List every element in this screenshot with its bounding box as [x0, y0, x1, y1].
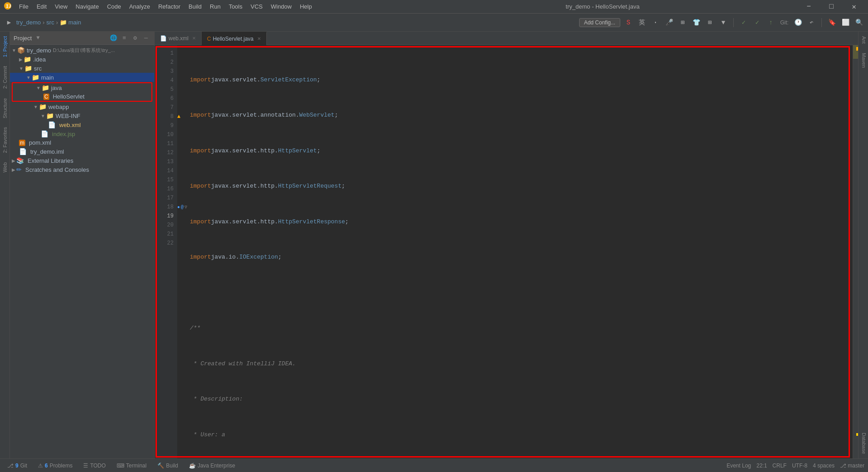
tab-close-helloservlet[interactable]: ✕ — [257, 36, 261, 41]
menu-edit[interactable]: Edit — [33, 2, 50, 11]
title-bar: IJ File Edit View Navigate Code Analyze … — [0, 0, 868, 14]
indent[interactable]: 4 spaces — [813, 463, 835, 469]
scrollbar-area[interactable] — [853, 45, 858, 458]
tab-webxml[interactable]: 📄 web.xml ✕ — [155, 32, 202, 45]
vtab-favorites[interactable]: 2: Favorites — [1, 123, 9, 157]
tree-item-idea[interactable]: ▶ 📁 .idea — [10, 55, 154, 64]
split-icon[interactable]: ⬜ — [840, 17, 851, 28]
bottom-tab-terminal[interactable]: ⌨ Terminal — [113, 462, 150, 470]
lang-icon[interactable]: 英 — [637, 17, 647, 28]
menu-build[interactable]: Build — [185, 2, 205, 11]
rvtab-maven[interactable]: Maven — [859, 48, 868, 72]
undo-icon[interactable]: ↶ — [806, 17, 817, 28]
menu-refactor[interactable]: Refactor — [155, 2, 184, 11]
bottom-tab-git[interactable]: ⎇ 9 Git — [4, 462, 31, 470]
breadcrumb-main[interactable]: 📁 main — [60, 19, 81, 26]
breadcrumb-project[interactable]: try_demo — [16, 19, 41, 26]
event-log[interactable]: Event Log — [726, 463, 751, 469]
proj-icon-sort[interactable]: ≡ — [120, 33, 129, 42]
toolbar-right: Add Config... S 英 · 🎤 ⊞ 👕 ⊞ ▼ ✓ ✓ ↑ Git:… — [579, 17, 864, 28]
tree-item-root[interactable]: ▼ 📦 try_demo D:\Java项目\博客系统\try_... — [10, 46, 154, 55]
cursor-position[interactable]: 22:1 — [756, 463, 767, 469]
vtab-structure[interactable]: Structure — [1, 94, 9, 123]
bookmark-icon[interactable]: @ — [181, 205, 184, 210]
menu-tools[interactable]: Tools — [225, 2, 246, 11]
run-config-arrow[interactable]: ▶ — [4, 17, 14, 28]
bottom-tab-java-enterprise[interactable]: ☕ Java Enterprise — [185, 462, 239, 470]
tree-item-pomxml[interactable]: m pom.xml — [10, 138, 154, 147]
mic-icon[interactable]: 🎤 — [664, 17, 675, 28]
tshirt-icon[interactable]: 👕 — [691, 17, 702, 28]
webapp-name: webapp — [48, 104, 69, 110]
menu-window[interactable]: Window — [267, 2, 295, 11]
menu-file[interactable]: File — [15, 2, 32, 11]
project-dropdown-arrow[interactable]: ▼ — [36, 35, 39, 41]
tab-close-webxml[interactable]: ✕ — [192, 36, 196, 41]
proj-icon-earth[interactable]: 🌐 — [109, 33, 118, 42]
vtab-web[interactable]: Web — [1, 158, 9, 177]
line-numbers: 1 2 3 4 5 6 7 8 9 10 11 12 13 14 15 16 1… — [155, 45, 177, 458]
tree-item-iml[interactable]: 📄 try_demo.iml — [10, 147, 154, 156]
tree-item-scratches[interactable]: ▶ ✏ Scratches and Consoles — [10, 165, 154, 174]
menu-analyze[interactable]: Analyze — [126, 2, 154, 11]
bookmark-mgr-icon[interactable]: 🔖 — [826, 17, 837, 28]
menu-view[interactable]: View — [51, 2, 71, 11]
menu-code[interactable]: Code — [104, 2, 125, 11]
menu-help[interactable]: Help — [296, 2, 316, 11]
more-icon[interactable]: ▼ — [718, 17, 729, 28]
java-icon: C — [43, 94, 49, 100]
git-branch[interactable]: ⎇ master — [840, 463, 864, 469]
tree-item-webapp[interactable]: ▼ 📁 webapp — [10, 102, 154, 111]
sogou-icon[interactable]: S — [623, 17, 634, 28]
add-config-button[interactable]: Add Config... — [579, 18, 620, 27]
vtab-project[interactable]: 1: Project — [1, 32, 9, 61]
build-label: Build — [166, 463, 178, 469]
run-icon[interactable]: ● — [177, 205, 180, 210]
tree-item-main[interactable]: ▼ 📁 main — [10, 73, 154, 82]
maximize-button[interactable]: □ — [821, 0, 842, 14]
bottom-tab-build[interactable]: 🔨 Build — [154, 462, 182, 470]
arrow-icon: ▼ — [26, 75, 31, 80]
tree-item-helloservlet[interactable]: C HelloServlet — [36, 92, 151, 101]
encoding[interactable]: UTF-8 — [792, 463, 807, 469]
tree-item-indexjsp[interactable]: 📄 index.jsp — [10, 129, 154, 138]
extend-icon[interactable]: ⊞ — [704, 17, 715, 28]
git-update-icon[interactable]: ↑ — [765, 17, 776, 28]
code-editor[interactable]: 1 2 3 4 5 6 7 8 9 10 11 12 13 14 15 16 1… — [155, 45, 858, 458]
menu-vcs[interactable]: VCS — [247, 2, 266, 11]
gutter-16 — [177, 184, 186, 194]
vtab-commit[interactable]: 2: Commit — [1, 61, 9, 93]
bottom-tab-problems[interactable]: ⚠ 6 Problems — [34, 462, 76, 470]
minimize-button[interactable]: − — [798, 0, 819, 14]
search-everywhere-icon[interactable]: 🔍 — [854, 17, 864, 28]
tree-item-src[interactable]: ▼ 📁 src — [10, 64, 154, 73]
history-icon[interactable]: 🕐 — [793, 17, 803, 28]
menu-run[interactable]: Run — [206, 2, 224, 11]
bottom-tab-todo[interactable]: ☰ TODO — [80, 462, 109, 470]
proj-icon-minus[interactable]: ─ — [142, 33, 151, 42]
proj-icon-gear[interactable]: ⚙ — [131, 33, 140, 42]
sep1 — [733, 18, 734, 27]
dot-icon[interactable]: · — [650, 17, 661, 28]
warning-mark2 — [856, 433, 858, 436]
git-check-icon[interactable]: ✓ — [738, 17, 749, 28]
tree-item-webxml[interactable]: 📄 web.xml — [10, 120, 154, 129]
tree-item-webinf[interactable]: ▼ 📁 WEB-INF — [10, 111, 154, 120]
breadcrumb-src[interactable]: src — [47, 19, 54, 26]
rvtab-ant[interactable]: Ant — [859, 32, 868, 48]
tree-item-extlib[interactable]: ▶ 📚 External Libraries — [10, 156, 154, 165]
tab-helloservlet[interactable]: C HelloServlet.java ✕ — [202, 32, 267, 45]
code-content[interactable]: import javax.servlet.ServletException; i… — [186, 45, 853, 458]
grid-icon[interactable]: ⊞ — [677, 17, 688, 28]
java-name: java — [51, 85, 62, 91]
problems-label: Problems — [50, 463, 73, 469]
tree-item-java[interactable]: ▼ 📁 java — [36, 83, 151, 92]
close-button[interactable]: ✕ — [844, 0, 864, 14]
rvtab-database[interactable]: Database — [859, 428, 868, 458]
git-push-icon[interactable]: ✓ — [752, 17, 763, 28]
line-ending[interactable]: CRLF — [773, 463, 787, 469]
collapse-icon-8[interactable]: ▲ — [177, 113, 180, 120]
project-icons: 🌐 ≡ ⚙ ─ — [109, 33, 151, 42]
arrow-icon: ▶ — [19, 57, 23, 62]
menu-navigate[interactable]: Navigate — [72, 2, 102, 11]
